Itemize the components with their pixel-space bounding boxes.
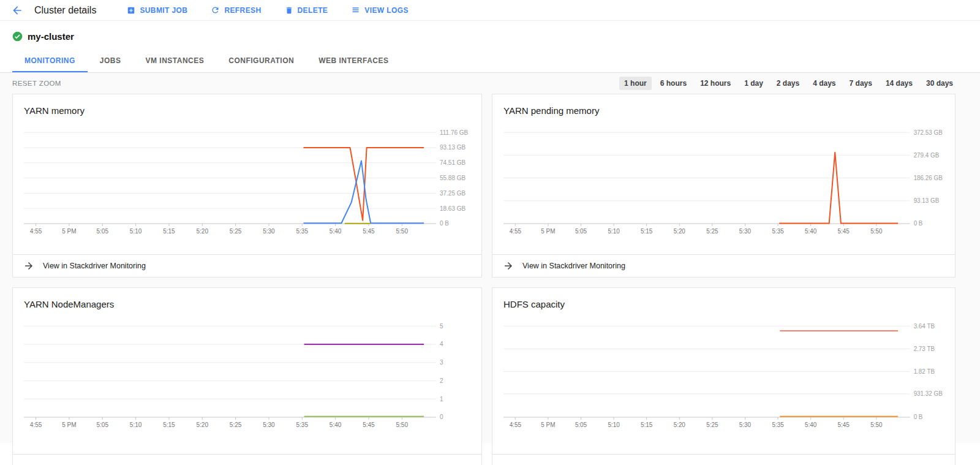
stackdriver-link-label: View in Stackdriver Monitoring bbox=[43, 262, 146, 270]
arrow-right-icon bbox=[503, 260, 514, 271]
svg-text:0 B: 0 B bbox=[440, 221, 449, 227]
svg-text:5:35: 5:35 bbox=[296, 422, 309, 428]
stackdriver-link[interactable] bbox=[492, 454, 955, 465]
svg-text:5 PM: 5 PM bbox=[541, 228, 555, 235]
svg-text:5:25: 5:25 bbox=[230, 422, 242, 428]
svg-text:18.63 GB: 18.63 GB bbox=[440, 205, 466, 212]
check-circle-icon bbox=[12, 31, 23, 42]
svg-text:4:55: 4:55 bbox=[510, 422, 522, 428]
hdfs-capacity-chart[interactable]: 3.64 TB2.73 TB1.82 TB931.32 GB0 B4:555 P… bbox=[503, 312, 945, 434]
range-6-hours[interactable]: 6 hours bbox=[655, 77, 692, 90]
svg-text:931.32 GB: 931.32 GB bbox=[914, 390, 943, 397]
chart-card-yarn-nodemanagers: YARN NodeManagers 5432104:555 PM5:055:10… bbox=[12, 287, 482, 465]
svg-text:5:40: 5:40 bbox=[330, 228, 342, 235]
refresh-icon bbox=[211, 6, 220, 15]
range-2-days[interactable]: 2 days bbox=[772, 77, 804, 90]
svg-text:5:45: 5:45 bbox=[363, 422, 375, 428]
back-button[interactable] bbox=[9, 2, 26, 19]
svg-text:372.53 GB: 372.53 GB bbox=[914, 129, 943, 136]
svg-text:5:45: 5:45 bbox=[838, 228, 850, 235]
svg-text:5:30: 5:30 bbox=[739, 228, 752, 235]
tab-bar: MONITORINGJOBSVM INSTANCESCONFIGURATIONW… bbox=[0, 49, 980, 73]
range-1-day[interactable]: 1 day bbox=[739, 77, 768, 90]
svg-text:5:15: 5:15 bbox=[163, 228, 175, 235]
cluster-name: my-cluster bbox=[28, 31, 74, 42]
range-1-hour[interactable]: 1 hour bbox=[619, 77, 652, 90]
chart-title: YARN memory bbox=[13, 94, 481, 117]
range-14-days[interactable]: 14 days bbox=[881, 77, 918, 90]
svg-text:5:35: 5:35 bbox=[772, 422, 784, 428]
back-arrow-icon bbox=[11, 4, 23, 17]
stackdriver-link[interactable] bbox=[13, 454, 481, 465]
svg-text:93.13 GB: 93.13 GB bbox=[914, 197, 940, 204]
arrow-right-icon bbox=[23, 260, 34, 271]
add-box-icon bbox=[127, 6, 135, 15]
submit-job-button[interactable]: SUBMIT JOB bbox=[127, 6, 187, 15]
view-logs-button[interactable]: VIEW LOGS bbox=[351, 6, 409, 15]
svg-text:5:10: 5:10 bbox=[130, 228, 142, 235]
svg-text:3: 3 bbox=[440, 359, 443, 366]
svg-text:0: 0 bbox=[440, 414, 443, 421]
svg-text:5:35: 5:35 bbox=[772, 228, 784, 235]
svg-text:5:10: 5:10 bbox=[608, 228, 620, 235]
monitoring-panel: RESET ZOOM 1 hour6 hours12 hours1 day2 d… bbox=[0, 73, 980, 443]
chart-card-hdfs-capacity: HDFS capacity 3.64 TB2.73 TB1.82 TB931.3… bbox=[492, 287, 956, 465]
svg-text:5 PM: 5 PM bbox=[62, 422, 76, 428]
svg-text:4:55: 4:55 bbox=[30, 422, 42, 428]
action-label: SUBMIT JOB bbox=[140, 6, 187, 15]
refresh-button[interactable]: REFRESH bbox=[211, 6, 261, 15]
page-title: Cluster details bbox=[34, 5, 96, 16]
chart-title: HDFS capacity bbox=[492, 288, 955, 311]
delete-icon bbox=[285, 6, 293, 15]
svg-text:5:05: 5:05 bbox=[96, 422, 108, 428]
range-30-days[interactable]: 30 days bbox=[921, 77, 958, 90]
svg-text:4: 4 bbox=[440, 341, 443, 347]
svg-text:5 PM: 5 PM bbox=[62, 228, 76, 235]
chart-card-yarn-pending-memory: YARN pending memory 372.53 GB279.4 GB186… bbox=[492, 94, 956, 278]
svg-text:5:40: 5:40 bbox=[330, 422, 342, 428]
stackdriver-link[interactable]: View in Stackdriver Monitoring bbox=[492, 254, 955, 277]
svg-text:37.25 GB: 37.25 GB bbox=[440, 190, 466, 197]
chart-title: YARN NodeManagers bbox=[13, 288, 481, 311]
stackdriver-link[interactable]: View in Stackdriver Monitoring bbox=[13, 254, 481, 277]
reset-zoom-button[interactable]: RESET ZOOM bbox=[12, 80, 61, 87]
svg-text:5:30: 5:30 bbox=[739, 422, 752, 428]
svg-text:5:05: 5:05 bbox=[575, 422, 587, 428]
svg-text:5:25: 5:25 bbox=[706, 228, 718, 235]
yarn-pending-memory-chart[interactable]: 372.53 GB279.4 GB186.26 GB93.13 GB0 B4:5… bbox=[503, 118, 945, 241]
time-range-selector: 1 hour6 hours12 hours1 day2 days4 days7 … bbox=[619, 77, 958, 90]
svg-text:5:20: 5:20 bbox=[197, 422, 209, 428]
yarn-memory-chart[interactable]: 111.76 GB93.13 GB74.51 GB55.88 GB37.25 G… bbox=[24, 118, 472, 241]
svg-text:2: 2 bbox=[440, 377, 443, 384]
range-12-hours[interactable]: 12 hours bbox=[695, 77, 736, 90]
svg-text:5 PM: 5 PM bbox=[541, 422, 555, 428]
svg-text:5: 5 bbox=[440, 323, 443, 330]
tab-vm-instances[interactable]: VM INSTANCES bbox=[133, 49, 216, 72]
charts-grid: YARN memory 111.76 GB93.13 GB74.51 GB55.… bbox=[0, 94, 980, 465]
svg-text:74.51 GB: 74.51 GB bbox=[440, 159, 466, 166]
chart-card-yarn-memory: YARN memory 111.76 GB93.13 GB74.51 GB55.… bbox=[12, 94, 482, 278]
svg-text:5:30: 5:30 bbox=[263, 228, 275, 235]
tab-jobs[interactable]: JOBS bbox=[88, 49, 134, 72]
delete-button[interactable]: DELETE bbox=[285, 6, 328, 15]
tab-monitoring[interactable]: MONITORING bbox=[12, 49, 88, 72]
svg-text:5:15: 5:15 bbox=[163, 422, 175, 428]
yarn-nodemanagers-chart[interactable]: 5432104:555 PM5:055:105:155:205:255:305:… bbox=[24, 312, 472, 434]
svg-text:55.88 GB: 55.88 GB bbox=[440, 175, 466, 181]
svg-text:5:20: 5:20 bbox=[197, 228, 209, 235]
svg-text:5:10: 5:10 bbox=[608, 422, 620, 428]
svg-text:5:50: 5:50 bbox=[396, 422, 409, 428]
svg-text:0 B: 0 B bbox=[914, 220, 923, 227]
tab-web-interfaces[interactable]: WEB INTERFACES bbox=[306, 49, 401, 72]
svg-text:186.26 GB: 186.26 GB bbox=[914, 175, 943, 181]
svg-text:93.13 GB: 93.13 GB bbox=[440, 144, 466, 151]
cluster-status-row: my-cluster bbox=[0, 21, 980, 49]
svg-text:5:25: 5:25 bbox=[230, 228, 242, 235]
svg-text:5:25: 5:25 bbox=[706, 422, 718, 428]
svg-text:5:10: 5:10 bbox=[130, 422, 142, 428]
svg-text:5:45: 5:45 bbox=[838, 422, 850, 428]
tab-configuration[interactable]: CONFIGURATION bbox=[216, 49, 306, 72]
range-7-days[interactable]: 7 days bbox=[845, 77, 877, 90]
svg-text:5:15: 5:15 bbox=[641, 228, 653, 235]
range-4-days[interactable]: 4 days bbox=[808, 77, 840, 90]
